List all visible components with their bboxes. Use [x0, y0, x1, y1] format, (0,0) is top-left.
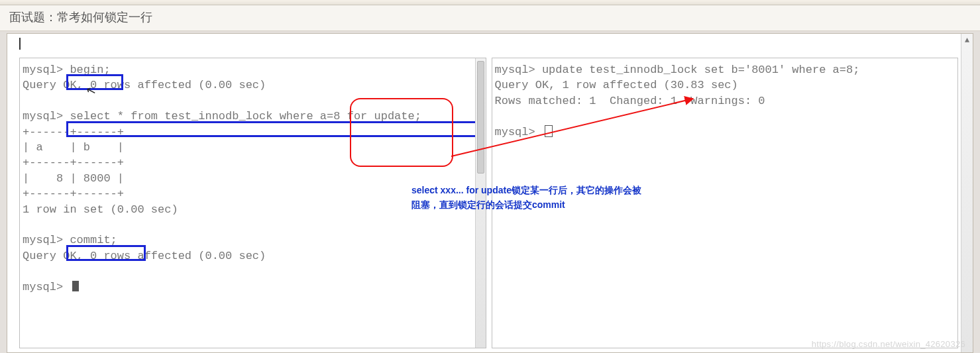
term-line: mysql>	[23, 281, 70, 293]
term-line: | 8 | 8000 |	[23, 172, 124, 185]
term-line: Query OK, 0 rows affected (0.00 sec)	[23, 79, 266, 91]
term-line: Query OK, 1 row affected (30.83 sec)	[495, 79, 738, 91]
term-line: | a | b |	[23, 141, 124, 154]
term-line: +------+------+	[23, 187, 124, 200]
term-line: mysql> update test_innodb_lock set b='80…	[495, 64, 860, 76]
annotation-note: select xxx... for update锁定某一行后，其它的操作会被 阻…	[411, 183, 663, 212]
term-line: +------+------+	[23, 156, 124, 169]
cursor-icon	[72, 281, 79, 291]
note-line-1: select xxx... for update锁定某一行后，其它的操作会被	[411, 185, 641, 195]
terminal-right-output: mysql> update test_innodb_lock set b='80…	[492, 58, 958, 144]
note-line-2: 阻塞，直到锁定行的会话提交commit	[411, 199, 565, 210]
editor-caret-row	[7, 34, 973, 50]
term-line: Rows matched: 1 Changed: 1 Warnings: 0	[495, 95, 765, 107]
editor-scrollbar[interactable]: ▴	[961, 34, 973, 352]
annotation-commit-box	[66, 245, 146, 261]
term-line: 1 row in set (0.00 sec)	[23, 203, 178, 216]
text-caret	[19, 38, 21, 50]
scrollbar-thumb[interactable]	[477, 61, 484, 174]
window-toolbar-strip	[0, 0, 980, 5]
watermark-text: https://blog.csdn.net/weixin_42620326	[812, 339, 965, 349]
annotation-for-update-box	[350, 98, 453, 167]
editor-container: mysql> begin; Query OK, 0 rows affected …	[7, 33, 973, 353]
page-title: 面试题：常考如何锁定一行	[0, 5, 980, 31]
term-line: mysql>	[495, 126, 542, 138]
cursor-icon	[545, 125, 553, 137]
chevron-up-icon[interactable]: ▴	[961, 34, 973, 44]
